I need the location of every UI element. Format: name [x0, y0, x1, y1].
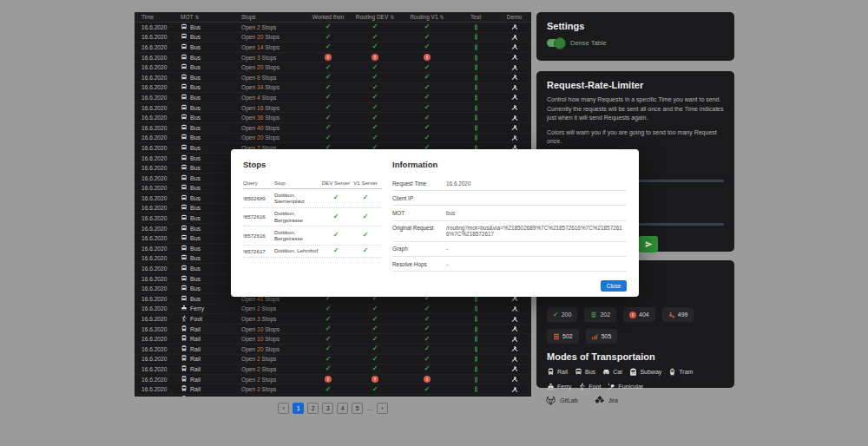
demo-icon[interactable]	[497, 54, 531, 61]
demo-icon[interactable]	[497, 305, 531, 312]
test-icon[interactable]	[454, 83, 497, 91]
open-stops-link[interactable]: Open 3 Stops	[224, 55, 306, 61]
open-stops-link[interactable]: Open 4 Stops	[224, 95, 306, 101]
mode-item-car[interactable]: Car	[602, 368, 622, 376]
test-icon[interactable]	[454, 335, 497, 343]
test-icon[interactable]	[454, 54, 497, 62]
check-icon: ✓	[326, 104, 332, 111]
routing-dev-status: ✓	[350, 386, 400, 393]
demo-icon[interactable]	[497, 316, 531, 323]
jira-link[interactable]: Jira	[594, 395, 618, 406]
column-header-routing-dev[interactable]: Routing DEV⇅	[350, 14, 400, 20]
demo-icon[interactable]	[497, 356, 531, 363]
open-stops-link[interactable]: Open 2 Stops	[224, 386, 306, 392]
pagination-prev-button[interactable]: ‹	[278, 403, 289, 414]
demo-icon[interactable]	[497, 386, 531, 393]
routing-dev-status: ✓	[350, 396, 400, 397]
test-icon[interactable]	[454, 23, 497, 31]
status-badge-499[interactable]: 499	[662, 307, 694, 322]
open-stops-link[interactable]: Open 3 Stops	[224, 316, 306, 322]
test-icon[interactable]	[454, 325, 497, 333]
column-header-mot[interactable]: MOT⇅	[174, 14, 224, 20]
status-badge-404[interactable]: !404	[623, 307, 655, 322]
open-stops-link[interactable]: Open 14 Stops	[224, 44, 306, 50]
test-icon[interactable]	[454, 74, 497, 82]
close-button[interactable]: Close	[601, 280, 627, 292]
mode-item-subway[interactable]: Subway	[629, 368, 661, 376]
column-header-routing-v1[interactable]: Routing V1⇅	[400, 14, 454, 20]
open-stops-link[interactable]: Open 2 Stops	[224, 24, 306, 30]
demo-icon[interactable]	[497, 43, 531, 50]
demo-icon[interactable]	[497, 325, 531, 332]
test-icon[interactable]	[454, 134, 497, 141]
mode-item-rail[interactable]: Rail	[547, 368, 568, 376]
row-mot-label: Bus	[190, 134, 201, 141]
test-icon[interactable]	[454, 104, 497, 112]
pagination-next-button[interactable]: ›	[377, 403, 388, 414]
open-stops-link[interactable]: Open 20 Stops	[224, 134, 306, 141]
dense-table-toggle[interactable]	[547, 39, 564, 47]
open-stops-link[interactable]: Open 20 Stops	[224, 34, 306, 40]
pagination-page-4[interactable]: 4	[337, 403, 348, 414]
demo-icon[interactable]	[497, 124, 531, 131]
open-stops-link[interactable]: Open 2 Stops	[224, 366, 306, 372]
test-icon[interactable]	[454, 33, 497, 41]
open-stops-link[interactable]: Open 36 Stops	[224, 115, 306, 121]
open-stops-link[interactable]: Open 10 Stops	[224, 326, 306, 332]
test-icon[interactable]	[454, 305, 497, 312]
mode-item-bus[interactable]: Bus	[575, 368, 595, 376]
mode-item-tram[interactable]: Tram	[668, 368, 693, 376]
demo-icon[interactable]	[497, 104, 531, 111]
open-stops-link[interactable]: Open 34 Stops	[224, 84, 306, 90]
send-requests-button[interactable]	[639, 236, 658, 253]
demo-icon[interactable]	[497, 365, 531, 372]
demo-icon[interactable]	[497, 376, 531, 383]
test-icon[interactable]	[454, 345, 497, 353]
pagination-page-5[interactable]: 5	[352, 403, 363, 414]
gitlab-link[interactable]: GitLab	[545, 395, 578, 406]
test-icon[interactable]	[454, 114, 497, 121]
open-stops-link[interactable]: Open 20 Stops	[224, 346, 306, 352]
test-icon[interactable]	[454, 315, 497, 323]
test-icon[interactable]	[454, 396, 497, 397]
open-stops-link[interactable]: Open 10 Stops	[224, 336, 306, 342]
test-icon[interactable]	[454, 43, 497, 51]
demo-icon[interactable]	[497, 84, 531, 91]
demo-icon[interactable]	[497, 134, 531, 141]
open-stops-link[interactable]: Open 16 Stops	[224, 105, 306, 111]
open-stops-link[interactable]: Open 20 Stops	[224, 64, 306, 70]
mode-item-foot[interactable]: Foot	[578, 383, 601, 390]
demo-icon[interactable]	[497, 74, 531, 81]
open-stops-link[interactable]: Open 8 Stops	[224, 75, 306, 81]
status-badge-202[interactable]: 202	[584, 307, 616, 322]
demo-icon[interactable]	[497, 64, 531, 71]
demo-icon[interactable]	[497, 345, 531, 352]
demo-icon[interactable]	[497, 115, 531, 121]
test-icon[interactable]	[454, 94, 497, 102]
test-icon[interactable]	[454, 385, 497, 393]
demo-icon[interactable]	[497, 396, 531, 397]
demo-icon[interactable]	[497, 23, 531, 30]
demo-icon[interactable]	[497, 94, 531, 101]
mode-item-funicular[interactable]: Funicular	[608, 383, 643, 390]
demo-icon[interactable]	[497, 336, 531, 343]
row-time: 16.6.2020	[135, 356, 174, 362]
open-stops-link[interactable]: Open 2 Stops	[224, 356, 306, 362]
pagination-page-2[interactable]: 2	[307, 403, 319, 414]
row-mot-label: Bus	[190, 185, 201, 191]
demo-icon[interactable]	[497, 34, 531, 41]
status-badge-502[interactable]: 502	[547, 329, 579, 344]
open-stops-link[interactable]: Open 40 Stops	[224, 125, 306, 131]
pagination-page-3[interactable]: 3	[322, 403, 333, 414]
test-icon[interactable]	[454, 365, 497, 373]
open-stops-link[interactable]: Open 2 Stops	[224, 377, 306, 383]
test-icon[interactable]	[454, 124, 497, 132]
pagination-page-1[interactable]: 1	[293, 403, 304, 414]
status-badge-505[interactable]: 505	[586, 329, 618, 344]
mode-item-ferry[interactable]: Ferry	[547, 383, 571, 390]
test-icon[interactable]	[454, 355, 497, 363]
test-icon[interactable]	[454, 63, 497, 71]
open-stops-link[interactable]: Open 2 Stops	[224, 305, 306, 312]
status-badge-200[interactable]: ✓200	[547, 307, 577, 322]
test-icon[interactable]	[454, 376, 497, 384]
